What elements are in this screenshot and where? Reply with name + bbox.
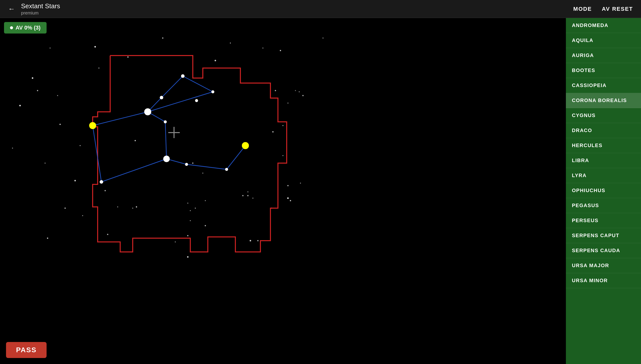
svg-line-69: [93, 126, 101, 182]
svg-point-13: [80, 145, 81, 146]
svg-point-24: [247, 195, 249, 196]
svg-point-42: [47, 238, 48, 239]
mode-button[interactable]: MODE: [573, 6, 592, 12]
svg-point-15: [45, 163, 46, 164]
svg-point-32: [282, 125, 283, 126]
svg-point-51: [299, 91, 300, 92]
svg-point-55: [162, 38, 164, 39]
sidebar-item-bootes[interactable]: BOOTES: [566, 63, 641, 78]
svg-point-39: [187, 235, 189, 236]
svg-point-6: [280, 50, 281, 51]
svg-point-23: [190, 210, 191, 211]
av-reset-button[interactable]: AV RESET: [602, 6, 633, 12]
svg-point-2: [98, 68, 99, 69]
svg-point-81: [100, 180, 103, 184]
app-title: Sextant Stars: [21, 2, 60, 10]
av-label: AV 0% (3): [16, 25, 41, 31]
svg-line-62: [162, 76, 183, 98]
svg-point-72: [181, 74, 185, 78]
sidebar-item-ursa-minor[interactable]: URSA MINOR: [566, 273, 641, 288]
svg-point-53: [50, 48, 51, 49]
svg-line-71: [227, 146, 245, 169]
svg-point-31: [247, 191, 248, 192]
svg-point-43: [175, 241, 176, 242]
av-dot-icon: [10, 26, 13, 29]
svg-point-56: [287, 197, 289, 199]
sidebar-item-corona-borealis[interactable]: CORONA BOREALIS: [566, 93, 641, 108]
svg-point-33: [282, 155, 283, 156]
svg-point-36: [117, 206, 118, 207]
svg-point-82: [89, 122, 96, 129]
header: ← Sextant Stars premium MODE AV RESET: [0, 0, 641, 18]
svg-point-9: [57, 95, 58, 96]
svg-point-45: [257, 240, 259, 241]
svg-point-10: [19, 105, 21, 106]
sidebar-item-andromeda[interactable]: ANDROMEDA: [566, 18, 641, 33]
svg-point-77: [211, 90, 214, 93]
svg-point-52: [302, 95, 304, 96]
sidebar-item-hercules[interactable]: HERCULES: [566, 138, 641, 153]
constellation-sidebar: ANDROMEDAAQUILAAURIGABOOTESCASSIOPEIACOR…: [566, 18, 641, 364]
svg-point-73: [160, 96, 163, 99]
sidebar-item-aquila[interactable]: AQUILA: [566, 33, 641, 48]
svg-point-21: [287, 185, 289, 186]
svg-point-57: [290, 200, 291, 201]
svg-point-1: [127, 57, 129, 58]
svg-point-78: [163, 156, 170, 162]
svg-point-41: [107, 234, 108, 235]
header-right: MODE AV RESET: [573, 6, 633, 12]
svg-point-11: [60, 124, 61, 125]
svg-point-25: [252, 198, 253, 199]
svg-point-49: [202, 173, 203, 174]
svg-line-68: [101, 159, 167, 182]
svg-line-60: [93, 112, 148, 126]
title-group: Sextant Stars premium: [21, 2, 60, 16]
svg-point-40: [132, 208, 133, 209]
star-map[interactable]: AV 0% (3): [0, 18, 566, 364]
sidebar-item-pegasus[interactable]: PEGASUS: [566, 198, 641, 213]
sidebar-item-serpens-caput[interactable]: SERPENS CAPUT: [566, 228, 641, 243]
sidebar-item-ursa-major[interactable]: URSA MAJOR: [566, 258, 641, 273]
sidebar-item-perseus[interactable]: PERSEUS: [566, 213, 641, 228]
sidebar-item-lyra[interactable]: LYRA: [566, 168, 641, 183]
svg-point-44: [250, 240, 251, 241]
back-arrow-icon: ←: [8, 5, 15, 13]
svg-point-34: [74, 180, 76, 181]
svg-point-26: [205, 225, 206, 226]
svg-point-79: [185, 163, 188, 166]
sidebar-item-cygnus[interactable]: CYGNUS: [566, 108, 641, 123]
star-map-svg: [0, 18, 566, 364]
pass-button[interactable]: PASS: [6, 342, 47, 358]
svg-point-83: [242, 142, 249, 149]
svg-point-74: [144, 108, 151, 115]
svg-point-4: [215, 60, 216, 61]
svg-point-47: [195, 208, 196, 209]
sidebar-item-auriga[interactable]: AURIGA: [566, 48, 641, 63]
svg-point-48: [192, 163, 194, 164]
svg-point-5: [230, 43, 231, 44]
svg-point-18: [272, 131, 274, 133]
svg-point-14: [135, 140, 136, 141]
sidebar-item-draco[interactable]: DRACO: [566, 123, 641, 138]
svg-point-16: [275, 90, 276, 91]
svg-point-28: [190, 220, 191, 221]
sidebar-item-serpens-cauda[interactable]: SERPENS CAUDA: [566, 243, 641, 258]
svg-point-37: [65, 208, 66, 209]
svg-line-65: [165, 122, 167, 159]
back-button[interactable]: ←: [8, 5, 15, 13]
sidebar-item-cassiopeia[interactable]: CASSIOPEIA: [566, 78, 641, 93]
sidebar-item-libra[interactable]: LIBRA: [566, 153, 641, 168]
svg-line-67: [187, 164, 227, 169]
svg-point-50: [295, 90, 296, 91]
svg-point-46: [205, 200, 206, 201]
app-subtitle: premium: [21, 11, 60, 16]
svg-point-3: [32, 77, 33, 79]
svg-point-17: [287, 103, 288, 104]
svg-point-35: [105, 190, 106, 191]
svg-point-75: [164, 120, 167, 123]
svg-point-58: [187, 256, 189, 258]
sidebar-item-ophiuchus[interactable]: OPHIUCHUS: [566, 183, 641, 198]
svg-point-27: [136, 206, 137, 208]
svg-point-29: [242, 195, 244, 196]
svg-point-80: [225, 168, 228, 171]
